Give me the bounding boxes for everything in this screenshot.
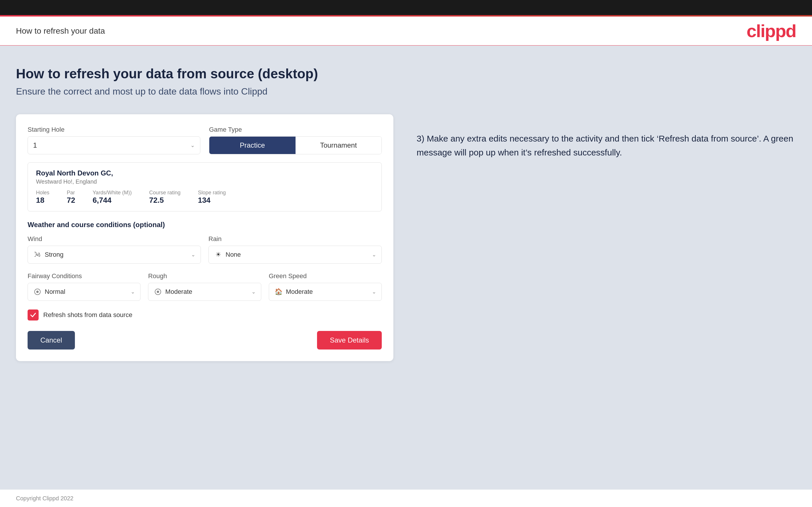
rough-icon <box>154 287 162 296</box>
cancel-button[interactable]: Cancel <box>28 331 75 349</box>
holes-label: Holes <box>36 190 49 196</box>
wind-rain-row: Wind 🌬 Strong ⌄ Rain ☀ None <box>28 235 382 264</box>
par-label: Par <box>67 190 75 196</box>
conditions-heading: Weather and course conditions (optional) <box>28 221 382 229</box>
starting-hole-value: 1 <box>33 141 37 149</box>
course-location: Westward Ho!, England <box>36 178 373 185</box>
top-fields-row: Starting Hole 1 ⌄ Game Type Practice Tou… <box>28 126 382 154</box>
green-speed-chevron-icon: ⌄ <box>372 289 376 295</box>
green-speed-value: Moderate <box>286 288 313 295</box>
svg-point-3 <box>157 291 159 293</box>
green-speed-label: Green Speed <box>269 272 382 280</box>
logo: clippd <box>746 20 796 41</box>
wind-select[interactable]: 🌬 Strong ⌄ <box>28 246 201 264</box>
rain-field: Rain ☀ None ⌄ <box>208 235 382 264</box>
yards-stat: Yards/White (M)) 6,744 <box>93 190 132 205</box>
rain-label: Rain <box>208 235 382 243</box>
side-text: 3) Make any extra edits necessary to the… <box>417 114 796 160</box>
course-rating-value: 72.5 <box>149 196 181 205</box>
rough-value: Moderate <box>165 288 192 295</box>
form-card: Starting Hole 1 ⌄ Game Type Practice Tou… <box>16 114 393 361</box>
fairway-chevron-icon: ⌄ <box>131 289 135 295</box>
yards-label: Yards/White (M)) <box>93 190 132 196</box>
course-info-box: Royal North Devon GC, Westward Ho!, Engl… <box>28 162 382 212</box>
save-details-button[interactable]: Save Details <box>317 331 382 349</box>
rough-label: Rough <box>148 272 261 280</box>
practice-button[interactable]: Practice <box>209 136 296 154</box>
fairway-label: Fairway Conditions <box>28 272 141 280</box>
rain-chevron-icon: ⌄ <box>372 251 376 258</box>
top-bar <box>0 0 812 15</box>
main-content: How to refresh your data from source (de… <box>0 46 812 490</box>
rain-icon: ☀ <box>214 250 223 259</box>
par-value: 72 <box>67 196 75 205</box>
course-rating-label: Course rating <box>149 190 181 196</box>
rough-chevron-icon: ⌄ <box>251 289 256 295</box>
footer: Copyright Clippd 2022 <box>0 490 812 507</box>
header: How to refresh your data clippd <box>0 16 812 46</box>
course-stats: Holes 18 Par 72 Yards/White (M)) 6,744 C… <box>36 190 373 205</box>
wind-icon: 🌬 <box>33 250 42 259</box>
holes-value: 18 <box>36 196 49 205</box>
refresh-checkbox-label: Refresh shots from data source <box>43 311 133 319</box>
fairway-rough-green-row: Fairway Conditions Normal ⌄ Rough <box>28 272 382 301</box>
game-type-label: Game Type <box>209 126 382 133</box>
side-description: 3) Make any extra edits necessary to the… <box>417 132 796 160</box>
rain-value: None <box>225 251 241 259</box>
game-type-group: Game Type Practice Tournament <box>209 126 382 154</box>
fairway-select[interactable]: Normal ⌄ <box>28 283 141 301</box>
footer-text: Copyright Clippd 2022 <box>16 495 73 502</box>
content-layout: Starting Hole 1 ⌄ Game Type Practice Tou… <box>16 114 796 361</box>
starting-hole-label: Starting Hole <box>28 126 200 133</box>
fairway-field: Fairway Conditions Normal ⌄ <box>28 272 141 301</box>
wind-chevron-icon: ⌄ <box>191 251 195 258</box>
green-speed-icon: 🏠 <box>274 287 283 296</box>
refresh-checkbox-row: Refresh shots from data source <box>28 309 382 321</box>
game-type-selector: Practice Tournament <box>209 136 382 154</box>
green-speed-field: Green Speed 🏠 Moderate ⌄ <box>269 272 382 301</box>
page-subheading: Ensure the correct and most up to date d… <box>16 86 796 97</box>
starting-hole-select[interactable]: 1 ⌄ <box>28 136 200 154</box>
tournament-button[interactable]: Tournament <box>296 136 382 154</box>
green-speed-select[interactable]: 🏠 Moderate ⌄ <box>269 283 382 301</box>
starting-hole-chevron-icon: ⌄ <box>191 142 195 149</box>
wind-value: Strong <box>45 251 63 259</box>
refresh-checkbox[interactable] <box>28 309 39 321</box>
header-title: How to refresh your data <box>16 26 105 36</box>
rough-field: Rough Moderate ⌄ <box>148 272 261 301</box>
slope-rating-value: 134 <box>198 196 226 205</box>
slope-rating-label: Slope rating <box>198 190 226 196</box>
yards-value: 6,744 <box>93 196 132 205</box>
starting-hole-group: Starting Hole 1 ⌄ <box>28 126 200 154</box>
svg-point-1 <box>36 291 39 293</box>
button-row: Cancel Save Details <box>28 331 382 349</box>
rain-select[interactable]: ☀ None ⌄ <box>208 246 382 264</box>
fairway-value: Normal <box>45 288 65 295</box>
wind-label: Wind <box>28 235 201 243</box>
slope-rating-stat: Slope rating 134 <box>198 190 226 205</box>
course-name: Royal North Devon GC, <box>36 169 373 177</box>
par-stat: Par 72 <box>67 190 75 205</box>
holes-stat: Holes 18 <box>36 190 49 205</box>
page-heading: How to refresh your data from source (de… <box>16 66 796 81</box>
rough-select[interactable]: Moderate ⌄ <box>148 283 261 301</box>
fairway-icon <box>33 287 42 296</box>
wind-field: Wind 🌬 Strong ⌄ <box>28 235 201 264</box>
course-rating-stat: Course rating 72.5 <box>149 190 181 205</box>
